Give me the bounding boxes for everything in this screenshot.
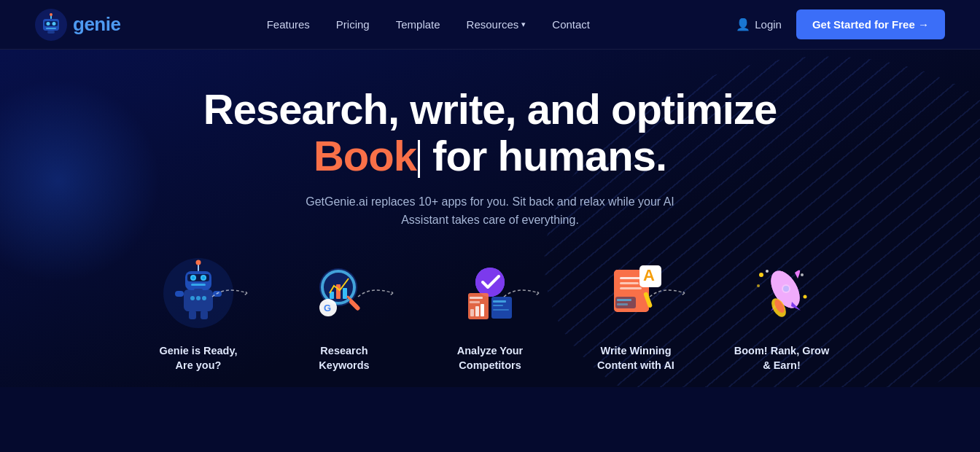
svg-rect-25 (175, 291, 184, 297)
text-cursor (418, 140, 420, 178)
nav-links: Features Pricing Template Resources ▾ Co… (267, 18, 590, 31)
svg-rect-32 (336, 284, 341, 299)
svg-point-66 (759, 273, 763, 277)
svg-rect-21 (194, 289, 203, 292)
step-label-genie: Genie is Ready,Are you? (160, 343, 238, 373)
logo-icon (35, 9, 67, 41)
step-icon-genie (158, 253, 238, 333)
svg-point-16 (192, 276, 195, 279)
svg-rect-47 (493, 305, 503, 306)
svg-point-69 (804, 295, 807, 298)
svg-point-20 (196, 260, 201, 265)
step-icon-research: G (304, 253, 384, 333)
svg-point-4 (47, 22, 50, 26)
hero-animated-word: Book (314, 132, 416, 179)
hero-subtitle: GetGenie.ai replaces 10+ apps for you. S… (286, 192, 694, 230)
svg-rect-28 (201, 311, 208, 319)
logo[interactable]: genie (35, 9, 120, 41)
svg-text:G: G (324, 303, 331, 313)
svg-rect-18 (191, 284, 206, 286)
svg-rect-45 (491, 297, 512, 319)
hero-title-line1: Research, write, and optimize (203, 85, 777, 133)
nav-actions: 👤 Login Get Started for Free → (736, 9, 945, 39)
nav-contact[interactable]: Contact (552, 18, 590, 31)
steps-row: Genie is Ready,Are you? (15, 253, 965, 388)
svg-rect-27 (189, 311, 196, 319)
svg-point-38 (475, 268, 505, 297)
step-analyze: Analyze YourCompetitors (417, 253, 563, 373)
nav-pricing[interactable]: Pricing (336, 18, 370, 31)
step-icon-analyze (450, 253, 530, 333)
step-rank: Boom! Rank, Grow& Earn! (709, 253, 855, 373)
svg-point-17 (202, 276, 205, 279)
svg-point-5 (52, 22, 56, 26)
user-icon: 👤 (736, 17, 750, 31)
svg-rect-40 (470, 297, 483, 299)
svg-point-23 (196, 296, 201, 300)
svg-text:A: A (643, 266, 655, 284)
svg-point-68 (766, 270, 769, 273)
step-label-rank: Boom! Rank, Grow& Earn! (734, 343, 830, 373)
step-label-write: Write WinningContent with AI (597, 343, 674, 373)
hero-section: Research, write, and optimize Book for h… (0, 50, 980, 387)
svg-rect-33 (343, 288, 347, 299)
svg-rect-46 (493, 300, 506, 303)
svg-point-67 (757, 284, 760, 287)
step-icon-write: A (596, 253, 676, 333)
step-icon-rocket (742, 253, 822, 333)
hero-title-line2: for humans. (432, 132, 666, 179)
login-button[interactable]: 👤 Login (736, 17, 782, 31)
svg-point-63 (783, 286, 789, 292)
svg-rect-53 (620, 287, 642, 289)
navbar: genie Features Pricing Template Resource… (0, 0, 980, 50)
get-started-button[interactable]: Get Started for Free → (796, 9, 945, 39)
svg-rect-48 (493, 309, 509, 311)
chevron-down-icon: ▾ (521, 20, 526, 29)
hero-title: Research, write, and optimize Book for h… (15, 86, 965, 179)
svg-rect-58 (617, 303, 628, 305)
nav-template[interactable]: Template (396, 18, 440, 31)
svg-rect-41 (470, 301, 480, 303)
svg-point-8 (50, 13, 52, 16)
svg-rect-44 (481, 304, 484, 316)
step-write: A Wri (563, 253, 709, 373)
svg-rect-52 (620, 282, 639, 284)
svg-point-70 (801, 273, 804, 276)
step-research: G ResearchKeywords (271, 253, 417, 373)
nav-features[interactable]: Features (267, 18, 310, 31)
svg-rect-34 (349, 299, 361, 311)
svg-point-22 (190, 296, 195, 300)
svg-point-24 (202, 296, 206, 300)
step-genie-ready: Genie is Ready,Are you? (125, 253, 271, 373)
nav-resources[interactable]: Resources ▾ (467, 18, 526, 31)
svg-rect-9 (47, 31, 55, 34)
svg-rect-6 (46, 28, 56, 29)
step-label-research: ResearchKeywords (319, 343, 369, 373)
svg-rect-56 (615, 297, 636, 308)
svg-rect-42 (470, 309, 474, 316)
svg-rect-43 (475, 306, 479, 316)
logo-text: genie (73, 13, 120, 36)
svg-rect-57 (617, 299, 631, 301)
step-label-analyze: Analyze YourCompetitors (457, 343, 524, 373)
svg-rect-26 (213, 291, 222, 297)
